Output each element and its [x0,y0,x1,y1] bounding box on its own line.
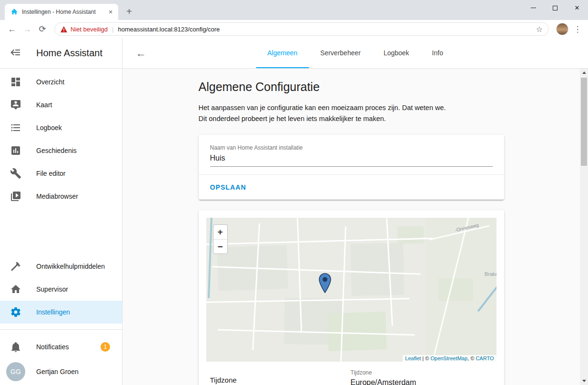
hammer-icon [10,261,21,272]
tab-serverbeheer[interactable]: Serverbeheer [309,38,372,68]
browser-tab[interactable]: Instellingen - Home Assistant ✕ [5,4,118,20]
map-person-icon [10,99,21,111]
forward-icon[interactable]: → [20,22,34,36]
save-button[interactable]: OPSLAAN [206,179,250,196]
sidebar-item-label: Geschiedenis [36,147,77,154]
sidebar-item-instellingen[interactable]: Instellingen [0,301,122,324]
window-controls: ✕ [522,0,588,16]
list-icon [10,122,21,133]
sidebar-item-profile[interactable]: GG Gertjan Groen [0,358,122,385]
browser-menu-icon[interactable]: ⋮ [572,24,583,34]
vertical-scrollbar[interactable] [580,69,588,385]
user-name: Gertjan Groen [36,368,79,375]
scrollbar-thumb[interactable] [581,78,587,166]
location-marker-icon[interactable] [319,273,331,295]
tab-close-icon[interactable]: ✕ [107,8,114,16]
scroll-up-icon [582,71,586,74]
home-assistant-favicon-icon [10,8,18,16]
carto-link[interactable]: CARTO [476,355,494,361]
omnibox-separator: | [112,26,113,33]
wrench-icon [10,168,21,179]
intro-text: Het aanpassen van je configuratie kan ee… [199,102,504,124]
sidebar-item-geschiedenis[interactable]: Geschiedenis [0,139,122,162]
map-attribution: Leaflet | © OpenStreetMap, © CARTO [403,355,496,362]
map-water-label: Brake [485,271,497,277]
bookmark-star-icon[interactable]: ☆ [536,25,543,34]
scroll-up-button[interactable] [580,69,588,77]
timezone-field-label: Tijdzone [351,369,493,376]
maximize-icon [553,6,558,10]
page-title: Algemene Configuratie [199,80,504,94]
map-water [208,218,213,298]
home-assistant-icon [10,284,21,295]
app-title: Home Assistant [36,48,102,59]
scroll-down-icon [582,380,586,382]
leaflet-link[interactable]: Leaflet [405,355,421,361]
sidebar-item-file-editor[interactable]: File editor [0,162,122,185]
zoom-out-button[interactable]: − [213,239,227,253]
tab-algemeen[interactable]: Algemeen [256,38,309,68]
config-tabs: Algemeen Serverbeheer Logboek Info [256,38,455,68]
back-arrow-icon[interactable]: ← [136,47,146,60]
sidebar-item-label: Mediabrowser [36,192,78,200]
minimize-icon [531,8,536,8]
sidebar-toggle-icon[interactable] [10,47,21,60]
browser-tabstrip: Instellingen - Home Assistant ✕ + ✕ [0,0,588,20]
config-app-bar: ← Algemeen Serverbeheer Logboek Info [122,38,588,69]
gear-icon [10,306,21,318]
close-icon: ✕ [575,4,580,11]
zoom-in-button[interactable]: + [213,225,227,239]
main-panel: ← Algemeen Serverbeheer Logboek Info Alg… [122,38,588,385]
map-feature [351,243,404,296]
reload-icon[interactable]: ⟳ [35,22,50,36]
browser-window: Instellingen - Home Assistant ✕ + ✕ ← → … [0,0,588,385]
security-warning-icon [61,26,67,32]
back-icon[interactable]: ← [5,22,19,36]
browser-toolbar: ← → ⟳ Niet beveiligd | homeassistant.loc… [0,20,588,38]
sidebar-header: Home Assistant [0,38,122,69]
window-maximize-button[interactable] [544,0,566,16]
sidebar-item-supervisor[interactable]: Supervisor [0,278,122,301]
timezone-row: Tijdzone Tijdzone Europe/Amsterdam [206,362,497,385]
sidebar-divider [0,329,122,330]
sidebar-item-label: File editor [36,170,65,177]
name-config-card: Naam van Home Assistant installatie OPSL… [199,135,504,200]
sidebar-item-kaart[interactable]: Kaart [0,93,122,116]
timezone-value: Europe/Amsterdam [351,378,493,385]
window-close-button[interactable]: ✕ [566,0,588,16]
map-zoom-control: + − [213,224,228,254]
location-config-card: -Onnesweg Brake + [199,210,504,385]
scroll-down-button[interactable] [580,377,588,385]
name-input[interactable] [210,151,493,167]
name-field-label: Naam van Home Assistant installatie [210,144,493,151]
sidebar-item-mediabrowser[interactable]: Mediabrowser [0,185,122,208]
timezone-select[interactable]: Tijdzone Europe/Amsterdam [351,369,493,385]
user-avatar: GG [6,362,25,381]
sidebar-item-label: Overzicht [36,78,64,86]
sidebar-item-label: Logboek [36,124,62,132]
sidebar-item-ontwikkelhulpmiddelen[interactable]: Ontwikkelhulpmiddelen [0,255,122,278]
window-minimize-button[interactable] [522,0,544,16]
notification-badge: 1 [101,342,110,352]
sidebar-item-notificaties[interactable]: Notificaties 1 [0,335,122,358]
tab-logboek[interactable]: Logboek [372,38,421,68]
address-bar[interactable]: Niet beveiligd | homeassistant.local:812… [54,22,549,36]
media-play-icon [10,191,21,202]
intro-line-1: Het aanpassen van je configuratie kan ee… [199,102,504,113]
openstreetmap-link[interactable]: OpenStreetMap [430,355,467,361]
sidebar-item-label: Ontwikkelhulpmiddelen [36,263,105,270]
map[interactable]: -Onnesweg Brake + [206,218,497,362]
tab-info[interactable]: Info [421,38,455,68]
sidebar-item-logboek[interactable]: Logboek [0,116,122,139]
chart-box-icon [10,145,21,156]
sidebar-item-label: Instellingen [36,308,70,316]
new-tab-button[interactable]: + [123,6,135,18]
attribution-separator: , © [467,355,476,361]
browser-profile-avatar[interactable] [556,23,568,35]
sidebar-list: Overzicht Kaart Logboek [0,69,122,385]
home-assistant-app: Home Assistant Overzicht Kaart [0,38,588,385]
map-green-area [438,278,473,301]
map-green-area [327,312,386,351]
sidebar-item-overzicht[interactable]: Overzicht [0,71,122,93]
config-page: Algemene Configuratie Het aanpassen van … [199,69,504,385]
